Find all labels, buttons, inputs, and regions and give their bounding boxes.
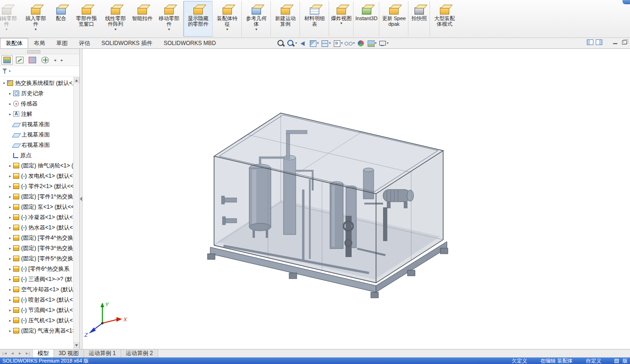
panel-tab[interactable] xyxy=(14,55,25,65)
expander-icon[interactable] xyxy=(8,288,13,292)
dropdown-caret-icon[interactable]: ▾ xyxy=(255,28,257,31)
command-tab[interactable]: SOLIDWORKS 插件 xyxy=(96,38,158,48)
graphics-area[interactable]: Y X Z xyxy=(83,49,630,349)
scroll-first-icon[interactable]: |◄ xyxy=(1,350,8,357)
tree-item[interactable]: (固定) 抽气涡轮<1> (默 xyxy=(1,160,73,171)
document-tab[interactable]: 模型 xyxy=(33,349,54,357)
panel-tab[interactable] xyxy=(39,55,51,65)
scroll-down-icon[interactable] xyxy=(74,342,79,348)
tree-item[interactable]: 前视基准面 xyxy=(1,119,73,129)
ribbon-button[interactable]: 更新 Speedpak xyxy=(379,1,408,37)
pane-splitter-grip[interactable] xyxy=(0,49,79,54)
status-grid-icon[interactable] xyxy=(615,359,619,363)
scroll-prev-icon[interactable]: ◄ xyxy=(9,350,16,357)
tree-item[interactable]: (-) 热水器<1> (默认< xyxy=(1,222,73,233)
dropdown-caret-icon[interactable]: ▾ xyxy=(35,28,37,31)
heads-up-button[interactable]: ▾ xyxy=(320,39,332,47)
ribbon-button[interactable]: 爆炸视图 ▾ xyxy=(329,1,353,37)
expander-icon[interactable] xyxy=(8,329,13,333)
command-tab[interactable]: 装配体 xyxy=(0,38,28,48)
ribbon-button[interactable]: 配合 xyxy=(50,1,72,37)
tree-item[interactable]: (-) 压气机<1> (默认< xyxy=(1,315,73,326)
dropdown-caret-icon[interactable]: ▾ xyxy=(6,28,8,31)
tree-item[interactable]: (固定) [零件1^热交换 xyxy=(1,191,73,202)
dropdown-caret-icon[interactable]: ▾ xyxy=(353,41,355,45)
tree-item[interactable]: 上视基准面 xyxy=(1,129,73,140)
tree-item[interactable]: 空气冷却器<1> (默认 xyxy=(1,284,73,295)
tree-item[interactable]: (-) 节流阀<1> (默认< xyxy=(1,305,73,315)
tree-item[interactable]: 注解 xyxy=(1,109,73,119)
expander-icon[interactable] xyxy=(8,298,13,302)
expander-icon[interactable] xyxy=(8,174,13,178)
dropdown-caret-icon[interactable]: ▾ xyxy=(340,22,342,25)
ribbon-button[interactable]: 显示隐藏的零部件 xyxy=(184,1,213,37)
ribbon-button[interactable]: 装配体特征 ▾ xyxy=(213,1,242,37)
dropdown-caret-icon[interactable]: ▾ xyxy=(341,41,343,45)
heads-up-button[interactable]: ▾ xyxy=(308,39,320,47)
expander-icon[interactable] xyxy=(8,267,13,271)
expander-icon[interactable] xyxy=(8,277,13,281)
dropdown-caret-icon[interactable]: ▾ xyxy=(375,41,377,45)
tree-item[interactable]: (-) 零件2<1> (默认<< xyxy=(1,181,73,191)
tree-item[interactable]: (-) [零件6^热交换系 xyxy=(1,264,73,274)
panel-tabs-scroll-left-icon[interactable]: ◂ xyxy=(52,56,58,64)
heads-up-button[interactable]: ▾ xyxy=(377,39,390,47)
ribbon-button[interactable]: 移动零部件 ▾ xyxy=(154,1,184,37)
tree-item[interactable]: 历史记录 xyxy=(1,88,73,99)
expander-icon[interactable] xyxy=(8,226,13,230)
tree-item[interactable]: (固定) [零件4^热交换 xyxy=(1,233,73,243)
dropdown-caret-icon[interactable]: ▾ xyxy=(115,28,116,31)
panel-tab[interactable] xyxy=(1,55,13,65)
tree-item[interactable]: (-) 发电机<1> (默认< xyxy=(1,171,73,181)
document-tab[interactable]: 运动算例 2 xyxy=(121,349,158,357)
tree-item[interactable]: (-) 冷凝器<1> (默认< xyxy=(1,212,73,222)
filter-caret-icon[interactable]: ▾ xyxy=(9,69,11,73)
panel-tab[interactable] xyxy=(27,55,38,65)
scroll-last-icon[interactable]: ►| xyxy=(24,350,31,357)
tree-item[interactable]: 传感器 xyxy=(1,99,73,109)
expander-icon[interactable] xyxy=(8,318,13,323)
heads-up-button[interactable]: ▾ xyxy=(286,39,298,47)
restore-icon[interactable] xyxy=(621,39,628,45)
status-units[interactable]: 自定义 xyxy=(586,357,601,364)
graphics-viewport[interactable]: Y X Z xyxy=(83,49,630,349)
ribbon-button[interactable]: 编辑零部件 ▾ xyxy=(0,1,21,37)
ribbon-button[interactable]: 新建运动算例 xyxy=(271,1,300,37)
heads-up-button[interactable] xyxy=(298,39,308,47)
tree-item[interactable]: (固定) [零件5^热交换 xyxy=(1,253,73,264)
tree-scrollbar[interactable] xyxy=(73,76,79,349)
expander-icon[interactable] xyxy=(8,91,13,96)
ribbon-button[interactable]: 零部件预览窗口 xyxy=(72,1,101,37)
expander-icon[interactable] xyxy=(8,164,13,168)
heads-up-button[interactable] xyxy=(276,39,286,47)
ribbon-button[interactable]: 材料明细表 xyxy=(300,1,329,37)
tree-item[interactable]: 右视基准面 xyxy=(1,140,73,150)
command-tab[interactable]: SOLIDWORKS MBD xyxy=(158,38,222,48)
dropdown-caret-icon[interactable]: ▾ xyxy=(168,28,170,31)
dropdown-caret-icon[interactable]: ▾ xyxy=(317,41,319,45)
tree-item[interactable]: (-) 喷射器<1> (默认< xyxy=(1,295,73,305)
tree-item[interactable]: 热交换系统模型 (默认<显 xyxy=(1,78,73,88)
document-tab[interactable]: 运动算例 1 xyxy=(84,349,121,357)
filter-funnel-icon[interactable] xyxy=(2,68,8,74)
heads-up-button[interactable]: ▾ xyxy=(332,39,344,47)
expander-icon[interactable] xyxy=(8,236,13,240)
expander-icon[interactable] xyxy=(8,195,13,199)
ribbon-button[interactable]: 线性零部件阵列 ▾ xyxy=(101,1,130,37)
tree-item[interactable]: (-) 三通阀<1>->? (默 xyxy=(1,274,73,284)
tree-item[interactable]: (固定) 泵<1> (默认<< xyxy=(1,202,73,212)
previous-pane-icon[interactable] xyxy=(587,39,593,45)
expander-icon[interactable] xyxy=(8,102,13,106)
tree-item[interactable]: (固定) 气液分离器<1> xyxy=(1,326,73,336)
heads-up-button[interactable] xyxy=(356,39,366,47)
expander-icon[interactable] xyxy=(8,205,13,209)
scroll-next-icon[interactable]: ► xyxy=(16,350,23,357)
ribbon-button[interactable]: 参考几何体 ▾ xyxy=(242,1,271,37)
expander-icon[interactable] xyxy=(8,184,13,189)
panel-tabs-scroll-right-icon[interactable]: ▸ xyxy=(59,56,65,64)
ribbon-button[interactable]: 插入零部件 ▾ xyxy=(21,1,50,37)
command-tab[interactable]: 草图 xyxy=(51,38,73,48)
tree-item[interactable]: (固定) [零件3^热交换 xyxy=(1,243,73,253)
dropdown-caret-icon[interactable]: ▾ xyxy=(295,41,297,45)
heads-up-button[interactable]: ▾ xyxy=(344,39,356,47)
